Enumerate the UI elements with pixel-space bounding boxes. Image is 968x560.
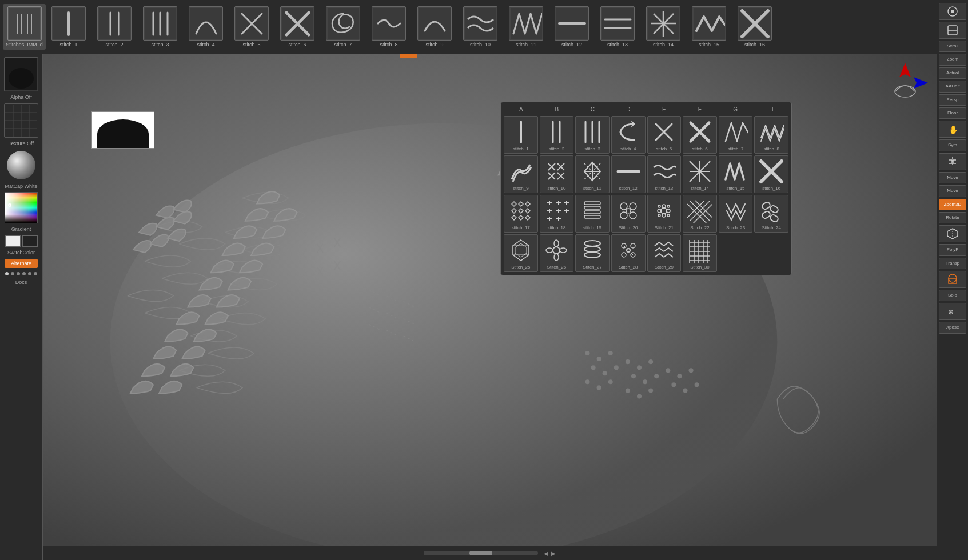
svg-marker-148 xyxy=(525,202,530,206)
main-brush-item[interactable]: Stitches_IMM_d xyxy=(3,4,46,50)
sym-btn[interactable]: Sym xyxy=(939,139,966,151)
svg-rect-198 xyxy=(770,214,779,223)
floor-btn[interactable]: Floor xyxy=(939,107,966,119)
picker-stitch13[interactable]: stitch_13 xyxy=(647,155,682,193)
picker-stitch25[interactable]: Stitch_25 xyxy=(504,234,538,272)
preview-shape xyxy=(97,119,149,148)
preview-thumbnail[interactable] xyxy=(91,111,154,149)
zoom-btn[interactable]: Zoom xyxy=(939,54,966,65)
brush-stitch5[interactable]: stitch_5 xyxy=(229,4,274,50)
brush-stitch8[interactable]: stitch_8 xyxy=(366,4,412,50)
picker-stitch23[interactable]: Stitch_23 xyxy=(719,195,753,233)
svg-point-206 xyxy=(546,248,553,253)
svg-point-50 xyxy=(951,10,954,13)
persp-btn[interactable]: Persp xyxy=(939,94,966,106)
svg-point-108 xyxy=(677,374,682,378)
picker-stitch9[interactable]: stitch_9 xyxy=(504,155,538,193)
picker-stitch26[interactable]: Stitch_26 xyxy=(540,234,574,272)
brush-stitch15[interactable]: stitch_15 xyxy=(686,4,732,50)
swatch-white[interactable] xyxy=(5,235,21,247)
picker-stitch16[interactable]: stitch_16 xyxy=(754,155,788,193)
xpose-icon[interactable]: ⊕ xyxy=(939,303,966,320)
move-btn[interactable]: Move xyxy=(939,185,966,197)
aahalf-btn[interactable]: AAHalf xyxy=(939,81,966,92)
spix-icon-btn[interactable] xyxy=(939,22,966,39)
stitch-grid-row3: stitch_17 xyxy=(504,195,788,233)
picker-stitch7-label: stitch_7 xyxy=(728,146,744,151)
brush-stitch4[interactable]: stitch_4 xyxy=(183,4,229,50)
brush-stitch11[interactable]: stitch_11 xyxy=(503,4,549,50)
frame-btn[interactable]: Move xyxy=(939,172,966,183)
xpose-btn[interactable]: Xpose xyxy=(939,322,966,333)
polyf-btn[interactable]: PolyF xyxy=(939,244,966,255)
picker-stitch5[interactable]: stitch_5 xyxy=(647,116,682,154)
svg-point-175 xyxy=(620,203,627,210)
picker-stitch15[interactable]: stitch_15 xyxy=(719,155,753,193)
picker-stitch18[interactable]: stitch_18 xyxy=(540,195,574,233)
picker-stitch12[interactable]: stitch_12 xyxy=(611,155,646,193)
alpha-thumb[interactable] xyxy=(4,57,38,91)
picker-stitch4[interactable]: stitch_4 xyxy=(611,116,646,154)
picker-stitch27[interactable]: Stitch_27 xyxy=(575,234,610,272)
matcap-ball[interactable] xyxy=(7,151,35,179)
picker-stitch22[interactable]: Stitch_22 xyxy=(683,195,717,233)
hand-icon-btn[interactable]: ✋ xyxy=(939,121,966,138)
picker-stitch18-label: stitch_18 xyxy=(547,225,565,230)
solo-btn[interactable]: Solo xyxy=(939,290,966,301)
svg-marker-114 xyxy=(914,77,928,89)
actual-btn[interactable]: Actual xyxy=(939,67,966,79)
texture-thumb[interactable] xyxy=(4,103,38,138)
svg-rect-171 xyxy=(584,202,600,205)
alternate-btn[interactable]: Alternate xyxy=(5,259,38,268)
picker-stitch10[interactable]: stitch_10 xyxy=(540,155,574,193)
brush-stitch7[interactable]: stitch_7 xyxy=(320,4,366,50)
brush-stitch1[interactable]: stitch_1 xyxy=(46,4,91,50)
picker-stitch20[interactable]: Stitch_20 xyxy=(611,195,646,233)
svg-point-210 xyxy=(584,252,600,258)
scroll-arrow-right[interactable]: ▶ xyxy=(551,550,556,557)
picker-stitch3[interactable]: stitch_3 xyxy=(575,116,610,154)
scroll-track[interactable] xyxy=(424,551,538,555)
picker-stitch21[interactable]: Stitch_21 xyxy=(647,195,682,233)
svg-rect-195 xyxy=(762,201,771,210)
dyna-icon[interactable] xyxy=(939,271,966,288)
picker-stitch8[interactable]: stitch_8 xyxy=(754,116,788,154)
brush-stitch2[interactable]: stitch_2 xyxy=(91,4,137,50)
brush-stitch13[interactable]: stitch_13 xyxy=(595,4,640,50)
color-gradient[interactable] xyxy=(5,192,38,223)
picker-stitch17[interactable]: stitch_17 xyxy=(504,195,538,233)
bpr-icon-btn[interactable] xyxy=(939,3,966,20)
picker-stitch29[interactable]: Stitch_29 xyxy=(647,234,682,272)
brush-stitch14[interactable]: stitch_14 xyxy=(640,4,686,50)
swatch-black[interactable] xyxy=(22,235,38,247)
brush-stitch9[interactable]: stitch_9 xyxy=(412,4,457,50)
picker-stitch14[interactable]: stitch_14 xyxy=(683,155,717,193)
scroll-thumb[interactable] xyxy=(469,551,492,555)
transp-btn[interactable]: Transp xyxy=(939,258,966,269)
matcap-label: MatCap White xyxy=(5,183,37,190)
scroll-arrow-left[interactable]: ◀ xyxy=(544,550,548,557)
picker-stitch11[interactable]: stitch_11 xyxy=(575,155,610,193)
picker-stitch6[interactable]: stitch_6 xyxy=(683,116,717,154)
picker-stitch30[interactable]: Stitch_30 xyxy=(683,234,717,272)
brush-stitch6[interactable]: stitch_6 xyxy=(274,4,320,50)
picker-stitch24[interactable]: Stitch_24 xyxy=(754,195,788,233)
brush-stitch12[interactable]: stitch_12 xyxy=(549,4,595,50)
picker-stitch19[interactable]: stitch_19 xyxy=(575,195,610,233)
picker-stitch8-label: stitch_8 xyxy=(763,146,779,151)
brush-stitch3[interactable]: stitch_3 xyxy=(137,4,183,50)
sym-icon[interactable] xyxy=(939,153,966,170)
polyf-icon[interactable] xyxy=(939,225,966,242)
brush-stitch16[interactable]: stitch_16 xyxy=(732,4,778,50)
rotate-btn[interactable]: Rotate xyxy=(939,212,966,223)
picker-stitch14-label: stitch_14 xyxy=(691,186,709,191)
main-canvas[interactable] xyxy=(43,54,937,546)
picker-stitch1[interactable]: stitch_1 xyxy=(504,116,538,154)
brush-stitch10[interactable]: stitch_10 xyxy=(457,4,503,50)
picker-stitch7[interactable]: stitch_7 xyxy=(719,116,753,154)
zoom3d-btn[interactable]: Zoom3D xyxy=(939,199,966,210)
svg-point-97 xyxy=(608,379,613,384)
picker-stitch28[interactable]: Stitch_28 xyxy=(611,234,646,272)
scroll-btn[interactable]: Scroll xyxy=(939,41,966,52)
picker-stitch2[interactable]: stitch_2 xyxy=(540,116,574,154)
